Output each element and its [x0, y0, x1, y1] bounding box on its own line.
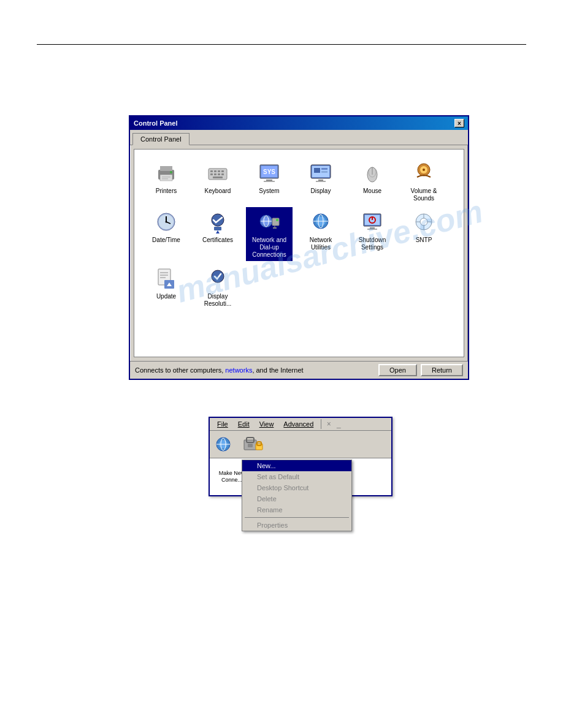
context-menu-delete: Delete [242, 493, 351, 504]
svg-point-61 [420, 218, 427, 226]
status-bar: Connects to other computers, networks, a… [130, 361, 468, 379]
connection-lock-icon[interactable] [242, 433, 264, 455]
window-tabs: Control Panel [130, 130, 468, 145]
close-button[interactable]: × [454, 119, 464, 127]
shutdown-label: Shutdown Settings [351, 237, 393, 251]
network-dialup-icon [257, 210, 282, 234]
datetime-icon [154, 210, 178, 234]
control-panel-window: Control Panel × Control Panel [129, 115, 469, 380]
icon-printers[interactable]: Printers [143, 158, 190, 205]
svg-rect-27 [321, 171, 327, 173]
svg-rect-10 [221, 170, 224, 172]
network-dialup-label: Network and Dial-up Connections [248, 237, 290, 259]
svg-point-38 [166, 221, 167, 223]
context-menu-new[interactable]: New... [242, 460, 351, 471]
sntp-icon [412, 210, 436, 234]
icon-display-res[interactable]: Display Resoluti... [194, 264, 241, 310]
svg-rect-2 [160, 175, 172, 181]
svg-rect-25 [314, 168, 320, 173]
svg-rect-13 [213, 176, 223, 178]
icon-keyboard[interactable]: Keyboard [194, 158, 241, 205]
context-menu: New... Set as Default Desktop Shortcut D… [242, 460, 352, 531]
system-label: System [259, 188, 279, 195]
svg-rect-40 [214, 227, 221, 230]
menu-file[interactable]: File [212, 419, 233, 429]
context-menu-rename: Rename [242, 504, 351, 515]
icons-grid: Printers [140, 156, 458, 313]
svg-rect-7 [210, 170, 213, 172]
printer-icon [154, 161, 178, 185]
icon-datetime[interactable]: Date/Time [143, 207, 190, 261]
update-label: Update [156, 293, 176, 300]
svg-rect-19 [264, 181, 275, 182]
svg-rect-8 [214, 170, 216, 172]
svg-point-5 [170, 171, 172, 173]
svg-rect-24 [316, 181, 326, 182]
keyboard-label: Keyboard [205, 188, 231, 195]
svg-rect-18 [266, 180, 272, 181]
svg-rect-15 [221, 173, 224, 175]
make-new-connection-icon[interactable] [215, 433, 237, 455]
svg-point-72 [212, 270, 224, 282]
icon-network-dialup[interactable]: Network and Dial-up Connections [246, 207, 293, 261]
icon-mouse[interactable]: Mouse [349, 158, 396, 205]
menu-advanced[interactable]: Advanced [278, 419, 318, 429]
icon-volume[interactable]: Volume & Sounds [400, 158, 447, 205]
svg-rect-79 [248, 444, 253, 447]
icon-update[interactable]: Update [143, 264, 190, 310]
svg-text:SYS: SYS [263, 169, 275, 175]
open-button[interactable]: Open [378, 364, 417, 376]
icon-shutdown[interactable]: Shutdown Settings [349, 207, 396, 261]
icon-display[interactable]: Display [297, 158, 344, 205]
mouse-icon [360, 161, 385, 185]
display-label: Display [311, 188, 331, 195]
svg-rect-14 [218, 173, 220, 175]
certificates-label: Certificates [202, 237, 233, 244]
certificates-icon [205, 210, 230, 234]
return-button[interactable]: Return [421, 364, 463, 376]
menu-separator [321, 419, 321, 429]
svg-point-49 [276, 219, 278, 221]
datetime-label: Date/Time [152, 237, 180, 244]
svg-marker-41 [216, 230, 220, 233]
printers-label: Printers [156, 188, 177, 195]
context-menu-desktop-shortcut: Desktop Shortcut [242, 482, 351, 493]
icon-sntp[interactable]: SNTP [400, 207, 447, 261]
svg-rect-12 [214, 173, 216, 175]
menu-edit[interactable]: Edit [233, 419, 255, 429]
display-res-label: Display Resoluti... [197, 293, 239, 308]
svg-rect-48 [273, 227, 277, 229]
keyboard-icon [205, 161, 230, 185]
status-text: Connects to other computers, networks, a… [135, 366, 304, 374]
window-min-icon[interactable]: _ [334, 419, 343, 429]
system-icon: SYS [257, 161, 282, 185]
svg-rect-3 [162, 176, 170, 178]
mouse-label: Mouse [363, 188, 381, 195]
svg-rect-1 [160, 166, 172, 171]
networks-link[interactable]: networks [225, 366, 252, 374]
network-utilities-icon [308, 210, 333, 234]
window-content: Printers [134, 149, 464, 357]
menu-view[interactable]: View [255, 419, 279, 429]
status-buttons: Open Return [378, 364, 463, 376]
update-icon [154, 266, 178, 290]
window-close-icon[interactable]: × [324, 419, 334, 429]
network-menubar: File Edit View Advanced × _ [210, 418, 391, 431]
sntp-label: SNTP [416, 237, 432, 244]
svg-rect-11 [210, 173, 213, 175]
svg-rect-23 [318, 180, 323, 181]
svg-rect-9 [218, 170, 220, 172]
svg-rect-26 [321, 168, 327, 170]
svg-rect-4 [162, 178, 168, 180]
icon-certificates[interactable]: Certificates [194, 207, 241, 261]
network-toolbar [210, 431, 391, 458]
top-rule [37, 44, 526, 45]
icon-network-utilities[interactable]: Network Utilities [297, 207, 344, 261]
network-utilities-label: Network Utilities [300, 237, 342, 251]
icon-system[interactable]: SYS System [246, 158, 293, 205]
volume-label: Volume & Sounds [403, 188, 445, 202]
tab-control-panel[interactable]: Control Panel [132, 133, 190, 145]
svg-rect-56 [370, 227, 375, 229]
shutdown-icon [360, 210, 385, 234]
window-title: Control Panel [134, 119, 178, 127]
